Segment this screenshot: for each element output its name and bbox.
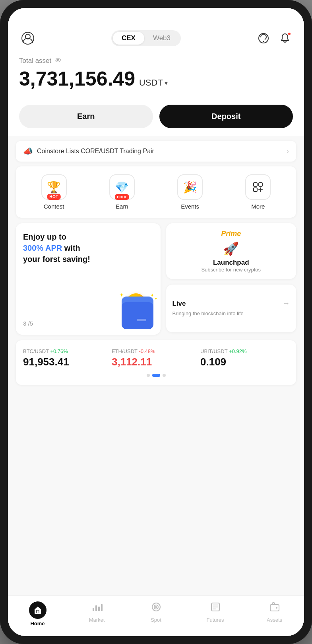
nav-spot-label: Spot xyxy=(151,617,161,623)
nav-market[interactable]: Market xyxy=(67,600,126,628)
asset-section: Total asset 👁 3,731,156.49 USDT ▾ xyxy=(8,53,304,100)
header-actions xyxy=(256,30,293,46)
market-icon xyxy=(91,601,103,615)
quick-item-contest[interactable]: 🏆 HOT Contest xyxy=(41,174,67,210)
ticker-btc[interactable]: BTC/USDT +0.76% 91,953.41 xyxy=(23,348,112,368)
ticker-eth[interactable]: ETH/USDT -0.48% 3,112.11 xyxy=(112,348,200,368)
announcement-arrow-icon: › xyxy=(287,147,289,156)
launchpad-title: Launchpad xyxy=(213,259,249,267)
nav-home[interactable]: Home xyxy=(8,600,67,628)
svg-rect-5 xyxy=(254,188,257,191)
promo-card[interactable]: Enjoy up to 300% APR with your forst sav… xyxy=(16,223,161,335)
contest-label: Contest xyxy=(44,203,64,210)
profile-icon[interactable] xyxy=(19,29,37,47)
svg-rect-11 xyxy=(101,604,103,611)
prime-label: Prime xyxy=(221,230,241,238)
home-icon xyxy=(29,601,47,619)
ubit-price: 0.109 xyxy=(200,356,289,368)
nav-futures-label: Futures xyxy=(206,617,224,623)
toggle-visibility-icon[interactable]: 👁 xyxy=(54,57,62,65)
svg-point-19 xyxy=(276,607,277,609)
nav-home-label: Home xyxy=(30,621,45,626)
announcement-bar[interactable]: 📣 Coinstore Lists CORE/USDT Trading Pair… xyxy=(16,141,296,162)
events-icon: 🎉 xyxy=(183,181,197,194)
bottom-navigation: Home Market xyxy=(8,595,304,636)
earn-label: Earn xyxy=(116,203,128,210)
nav-assets[interactable]: Assets xyxy=(245,600,304,628)
hot-badge: HOT xyxy=(47,194,61,200)
prime-launchpad-card[interactable]: Prime 🚀 Launchpad Subscribe for new cryp… xyxy=(166,223,296,279)
live-subtitle: Bringing the blockchain into life xyxy=(172,310,290,317)
announcement-icon: 📣 xyxy=(23,146,33,156)
launchpad-subtitle: Subscribe for new cryptos xyxy=(201,267,261,273)
ticker-ubit[interactable]: UBIT/USDT +0.92% 0.109 xyxy=(200,348,289,368)
svg-rect-4 xyxy=(259,183,262,186)
action-buttons: Earn Deposit xyxy=(8,100,304,136)
notification-badge xyxy=(287,32,291,36)
deposit-button[interactable]: Deposit xyxy=(159,105,293,128)
earn-button[interactable]: Earn xyxy=(19,105,153,128)
nav-assets-label: Assets xyxy=(267,617,282,623)
tab-web3[interactable]: Web3 xyxy=(144,32,179,45)
currency-caret-icon: ▾ xyxy=(165,79,168,87)
nav-futures[interactable]: Futures xyxy=(186,600,245,628)
wallet-illustration: ✦ ✦ ✦ ₿ xyxy=(118,293,157,329)
contest-icon: 🏆 xyxy=(47,181,61,194)
assets-icon xyxy=(269,601,280,615)
svg-rect-8 xyxy=(93,608,94,611)
nav-market-label: Market xyxy=(89,617,105,623)
ticker-pagination xyxy=(23,374,289,377)
quick-item-events[interactable]: 🎉 Events xyxy=(177,174,203,210)
tab-cex[interactable]: CEX xyxy=(113,32,144,45)
live-title: Live xyxy=(172,300,186,308)
announcement-text: Coinstore Lists CORE/USDT Trading Pair xyxy=(37,148,154,155)
ticker-dot-3 xyxy=(163,374,166,377)
app-header: CEX Web3 xyxy=(8,25,304,53)
nav-spot[interactable]: Spot xyxy=(126,600,186,628)
svg-rect-10 xyxy=(98,607,100,611)
ticker-dot-1 xyxy=(147,374,150,377)
ticker-row: BTC/USDT +0.76% 91,953.41 ETH/USDT -0.48… xyxy=(23,348,289,368)
quick-links-grid: 🏆 HOT Contest 💎 HODL Earn 🎉 xyxy=(16,166,296,218)
ticker-section: BTC/USDT +0.76% 91,953.41 ETH/USDT -0.48… xyxy=(16,340,296,385)
svg-rect-3 xyxy=(254,183,257,186)
svg-rect-9 xyxy=(95,605,97,611)
quick-item-more[interactable]: More xyxy=(245,174,271,210)
eth-price: 3,112.11 xyxy=(112,356,200,368)
right-cards: Prime 🚀 Launchpad Subscribe for new cryp… xyxy=(166,223,296,335)
exchange-tabs: CEX Web3 xyxy=(111,30,181,46)
cards-row: Enjoy up to 300% APR with your forst sav… xyxy=(16,223,296,335)
support-icon[interactable] xyxy=(256,30,271,46)
hodl-badge: HODL xyxy=(115,194,129,200)
live-arrow-icon: → xyxy=(283,299,290,308)
svg-rect-18 xyxy=(270,605,279,611)
futures-icon xyxy=(210,601,221,615)
asset-amount: 3,731,156.49 USDT ▾ xyxy=(19,67,293,90)
more-grid-icon xyxy=(252,181,264,193)
quick-item-earn[interactable]: 💎 HODL Earn xyxy=(109,174,135,210)
live-card[interactable]: Live → Bringing the blockchain into life xyxy=(166,285,296,332)
ticker-dot-2 xyxy=(152,374,160,377)
notification-icon[interactable] xyxy=(277,30,293,46)
btc-price: 91,953.41 xyxy=(23,356,112,368)
svg-point-2 xyxy=(263,41,264,42)
spot-icon xyxy=(151,601,162,615)
asset-label: Total asset 👁 xyxy=(19,57,293,65)
earn-icon: 💎 xyxy=(115,181,129,194)
rocket-icon: 🚀 xyxy=(223,241,239,256)
asset-currency[interactable]: USDT ▾ xyxy=(139,78,168,88)
more-label: More xyxy=(251,203,265,210)
events-label: Events xyxy=(181,203,199,210)
